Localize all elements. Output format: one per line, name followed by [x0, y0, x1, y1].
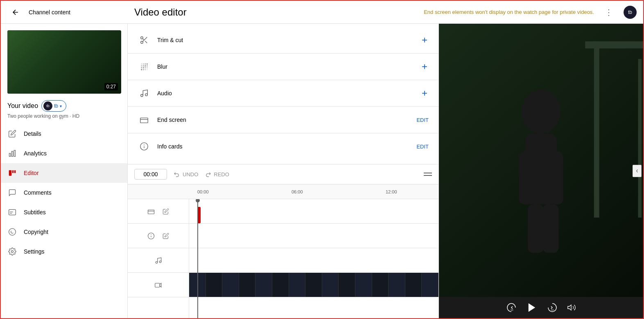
pencil-small-icon-2[interactable] — [160, 230, 172, 242]
back-button[interactable] — [7, 4, 24, 20]
thumb-6 — [272, 273, 289, 297]
expand-button[interactable] — [633, 165, 642, 177]
svg-rect-55 — [594, 41, 599, 218]
end-screen-edit-button[interactable]: EDIT — [416, 117, 429, 123]
svg-point-37 — [145, 94, 148, 96]
tool-audio[interactable]: Audio — [128, 80, 438, 107]
sidebar-item-label: Copyright — [24, 229, 48, 235]
thumb-14 — [405, 273, 422, 297]
avatar[interactable]: tb — [624, 6, 637, 19]
editor-content: Trim & cut — [128, 24, 643, 318]
svg-point-29 — [147, 67, 148, 68]
svg-point-51 — [159, 261, 161, 263]
sidebar-item-copyright[interactable]: Copyright — [1, 222, 127, 242]
svg-text:10: 10 — [551, 309, 554, 311]
sidebar-item-label: Editor — [24, 170, 39, 176]
sidebar-item-editor[interactable]: Editor — [1, 163, 127, 183]
sidebar-item-label: Analytics — [24, 150, 47, 157]
your-video-label: Your video — [7, 102, 38, 110]
sidebar-item-comments[interactable]: Comments — [1, 183, 127, 202]
sidebar: 0:27 Your video tb tb ▾ Two people worki… — [1, 24, 128, 318]
svg-point-28 — [145, 67, 146, 68]
track-controls — [128, 199, 189, 318]
timeline-tracks — [128, 199, 438, 318]
channel-badge-label: tb — [54, 103, 58, 109]
rewind-10-button[interactable]: 10 — [506, 303, 516, 312]
info-small-icon[interactable] — [145, 230, 157, 242]
tool-label: Info cards — [151, 143, 416, 150]
thumb-12 — [372, 273, 389, 297]
svg-point-18 — [141, 63, 142, 65]
svg-rect-61 — [550, 151, 563, 204]
sidebar-item-settings[interactable]: Settings — [1, 242, 127, 261]
svg-point-23 — [143, 65, 144, 67]
play-button[interactable] — [526, 302, 538, 313]
time-input[interactable] — [134, 169, 167, 180]
svg-rect-60 — [519, 151, 532, 204]
tool-label: End screen — [151, 117, 416, 123]
svg-marker-67 — [567, 305, 571, 310]
editor-area: Trim & cut — [128, 24, 643, 318]
tool-blur[interactable]: Blur — [128, 54, 438, 80]
svg-point-12 — [141, 41, 143, 44]
sidebar-item-subtitles[interactable]: Subtitles — [1, 202, 127, 222]
top-bar-left: Channel content — [7, 4, 134, 20]
sidebar-item-analytics[interactable]: Analytics — [1, 144, 127, 163]
video-info: Your video tb tb ▾ Two people working on… — [1, 97, 127, 124]
timeline-ruler: 00:00 06:00 12:00 18:00 — [128, 184, 438, 199]
channel-content-label: Channel content — [29, 9, 70, 16]
sidebar-item-label: Settings — [24, 248, 45, 255]
ruler-mark-2: 12:00 — [386, 189, 397, 194]
svg-point-19 — [143, 63, 144, 65]
audio-add-button[interactable] — [420, 89, 429, 97]
svg-rect-6 — [9, 209, 16, 215]
thumb-3 — [222, 273, 239, 297]
blur-add-button[interactable] — [420, 63, 429, 71]
thumb-9 — [322, 273, 339, 297]
track-content — [189, 199, 438, 318]
svg-text:10: 10 — [511, 309, 513, 311]
volume-button[interactable] — [567, 303, 576, 312]
sidebar-item-details[interactable]: Details — [1, 124, 127, 144]
redo-button[interactable]: REDO — [205, 171, 229, 177]
audio-track-icon[interactable] — [153, 255, 164, 266]
undo-button[interactable]: UNDO — [174, 171, 198, 177]
main-layout: 0:27 Your video tb tb ▾ Two people worki… — [1, 24, 643, 318]
track-control-video — [128, 273, 189, 297]
channel-badge[interactable]: tb tb ▾ — [41, 100, 66, 112]
timeline-controls: UNDO REDO — [128, 164, 438, 184]
timeline-cursor[interactable] — [197, 199, 198, 318]
sidebar-item-label: Comments — [24, 189, 52, 196]
pencil-small-icon[interactable] — [160, 206, 172, 217]
svg-point-22 — [141, 65, 142, 67]
tool-trim-cut[interactable]: Trim & cut — [128, 27, 438, 54]
svg-point-36 — [141, 94, 143, 97]
info-icon — [138, 140, 151, 153]
thumb-4 — [239, 273, 256, 297]
tool-end-screen[interactable]: End screen EDIT — [128, 107, 438, 133]
tool-label: Blur — [151, 63, 420, 70]
camera-icon[interactable] — [153, 279, 164, 291]
timeline-menu-button[interactable] — [424, 173, 432, 176]
track-audio — [189, 248, 438, 273]
svg-point-26 — [141, 67, 142, 68]
track-control-audio — [128, 248, 189, 273]
pencil-icon — [7, 129, 17, 139]
forward-10-button[interactable]: 10 — [547, 303, 557, 312]
scissors-icon — [138, 34, 151, 47]
more-button[interactable]: ⋮ — [601, 4, 617, 20]
video-thumb-strip — [189, 273, 438, 297]
svg-point-58 — [522, 90, 560, 134]
preview-gym-figure — [439, 24, 643, 297]
track-control-info-cards — [128, 224, 189, 248]
trim-cut-add-button[interactable] — [420, 36, 429, 44]
svg-point-33 — [147, 69, 148, 70]
end-screen-track-icon[interactable] — [145, 206, 157, 217]
video-thumbnail: 0:27 — [7, 30, 121, 94]
svg-rect-63 — [543, 204, 559, 253]
svg-line-15 — [142, 38, 144, 40]
svg-point-11 — [141, 37, 143, 39]
tools-panel: Trim & cut — [128, 24, 439, 318]
info-cards-edit-button[interactable]: EDIT — [416, 144, 429, 150]
tool-info-cards[interactable]: Info cards EDIT — [128, 133, 438, 160]
